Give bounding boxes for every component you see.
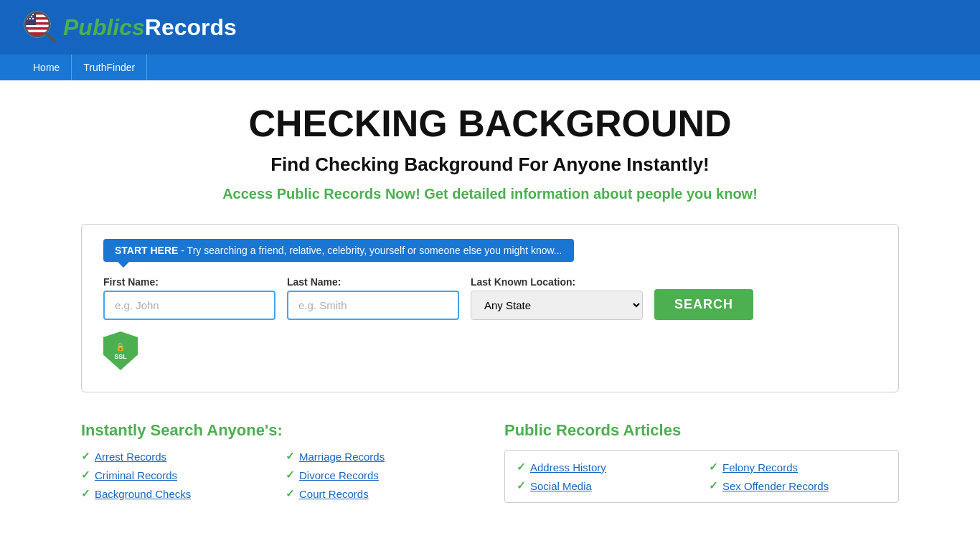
felony-records-link[interactable]: Felony Records [722,461,798,474]
logo-text: PublicsRecords [63,14,237,41]
ssl-shield-icon: 🔒 SSL [103,331,138,370]
logo-publics: Publics [63,14,145,40]
criminal-records-link[interactable]: Criminal Records [95,469,177,481]
list-item: ✓ Court Records [286,487,476,500]
location-label: Last Known Location: [471,276,643,288]
search-button[interactable]: SEARCH [654,289,753,320]
nav: Home TruthFinder [0,55,980,80]
checkmark-icon: ✓ [517,461,526,474]
checkmark-icon: ✓ [81,468,90,481]
first-name-label: First Name: [103,276,275,288]
svg-point-15 [32,18,34,19]
nav-home[interactable]: Home [22,55,72,80]
checkmark-icon: ✓ [286,450,295,463]
nav-truthfinder[interactable]: TruthFinder [72,55,147,80]
page-subheadline: Find Checking Background For Anyone Inst… [14,154,966,176]
last-name-group: Last Name: [287,276,459,320]
court-records-link[interactable]: Court Records [299,488,369,500]
instantly-search-section: Instantly Search Anyone's: ✓ Arrest Reco… [81,421,476,503]
address-history-link[interactable]: Address History [530,461,606,474]
location-select[interactable]: Any State AlabamaAlaskaArizonaArkansas C… [471,291,643,320]
search-fields: First Name: Last Name: Last Known Locati… [103,276,877,320]
svg-rect-5 [25,25,50,28]
instantly-search-title: Instantly Search Anyone's: [81,421,476,440]
start-here-text: - Try searching a friend, relative, cele… [178,245,562,256]
header: PublicsRecords [0,0,980,55]
list-item: ✓ Felony Records [709,461,887,474]
checkmark-icon: ✓ [517,479,526,492]
page-headline: CHECKING BACKGROUND [14,102,966,145]
articles-title: Public Records Articles [504,421,899,440]
ssl-text: SSL [114,353,127,360]
sex-offender-records-link[interactable]: Sex Offender Records [722,480,829,492]
articles-list: ✓ Address History ✓ Felony Records ✓ Soc… [517,461,887,492]
logo-area[interactable]: PublicsRecords [22,9,237,46]
checkmark-icon: ✓ [286,487,295,500]
articles-box: ✓ Address History ✓ Felony Records ✓ Soc… [504,450,899,503]
last-name-input[interactable] [287,291,459,320]
checkmark-icon: ✓ [81,450,90,463]
marriage-records-link[interactable]: Marriage Records [299,451,385,463]
public-records-articles-section: Public Records Articles ✓ Address Histor… [504,421,899,503]
arrest-records-link[interactable]: Arrest Records [95,451,166,463]
svg-point-12 [31,16,32,17]
checkmark-icon: ✓ [286,468,295,481]
instantly-search-list: ✓ Arrest Records ✓ Marriage Records ✓ Cr… [81,450,476,500]
main-content: CHECKING BACKGROUND Find Checking Backgr… [0,80,980,524]
last-name-label: Last Name: [287,276,459,288]
checkmark-icon: ✓ [81,487,90,500]
start-here-bold: START HERE [115,245,178,256]
page-green-text: Access Public Records Now! Get detailed … [14,186,966,202]
list-item: ✓ Marriage Records [286,450,476,463]
svg-line-17 [46,33,55,42]
svg-point-14 [29,18,31,19]
svg-point-8 [27,14,28,15]
logo-icon [22,9,59,46]
start-here-banner: START HERE - Try searching a friend, rel… [103,239,574,262]
list-item: ✓ Social Media [517,479,694,492]
bottom-sections: Instantly Search Anyone's: ✓ Arrest Reco… [81,421,899,503]
first-name-input[interactable] [103,291,275,320]
social-media-link[interactable]: Social Media [530,480,592,492]
search-container: START HERE - Try searching a friend, rel… [81,224,899,392]
ssl-badge: 🔒 SSL [103,331,877,370]
divorce-records-link[interactable]: Divorce Records [299,469,379,481]
location-group: Last Known Location: Any State AlabamaAl… [471,276,643,320]
list-item: ✓ Address History [517,461,694,474]
logo-records: Records [145,14,237,40]
list-item: ✓ Arrest Records [81,450,271,463]
list-item: ✓ Sex Offender Records [709,479,887,492]
first-name-group: First Name: [103,276,275,320]
background-checks-link[interactable]: Background Checks [95,488,191,500]
checkmark-icon: ✓ [709,479,718,492]
checkmark-icon: ✓ [709,461,718,474]
list-item: ✓ Background Checks [81,487,271,500]
list-item: ✓ Criminal Records [81,468,271,481]
list-item: ✓ Divorce Records [286,468,476,481]
